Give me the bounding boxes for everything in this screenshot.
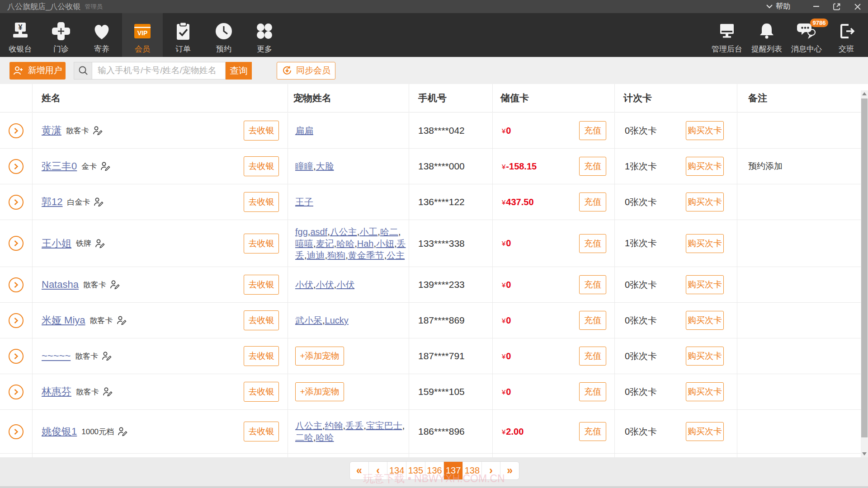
- scrollbar-down-arrow[interactable]: [862, 452, 867, 455]
- pet-name-link[interactable]: 武小呆: [295, 315, 322, 325]
- scrollbar-up-arrow[interactable]: [862, 92, 867, 95]
- pet-name-link[interactable]: 大脸: [316, 161, 334, 171]
- buy-count-card-button[interactable]: 购买次卡: [686, 422, 724, 441]
- member-name-link[interactable]: 姚俊银1: [42, 425, 77, 438]
- recharge-button[interactable]: 充值: [579, 422, 606, 441]
- edit-member-icon[interactable]: [103, 387, 113, 396]
- member-name-link[interactable]: 米娅 Miya: [42, 314, 85, 327]
- page-button[interactable]: 138: [463, 462, 482, 479]
- sync-members-button[interactable]: 同步会员: [277, 62, 335, 80]
- member-name-link[interactable]: 黄潇: [42, 124, 61, 137]
- expand-row-button[interactable]: [9, 385, 24, 399]
- pet-name-link[interactable]: Hah: [357, 239, 374, 249]
- pet-name-link[interactable]: 狗狗: [327, 250, 345, 260]
- member-name-link[interactable]: Natasha: [42, 279, 79, 291]
- pet-name-link[interactable]: fgg: [295, 227, 308, 237]
- search-input[interactable]: [92, 62, 226, 80]
- pet-name-link[interactable]: 瞳瞳: [295, 161, 313, 171]
- pet-name-link[interactable]: 嘻嘻: [295, 239, 313, 249]
- page-button[interactable]: 135: [406, 462, 425, 479]
- pet-name-link[interactable]: 黄金季节: [348, 250, 384, 260]
- go-cashier-button[interactable]: 去收银: [244, 192, 279, 212]
- nav-item-cash-register[interactable]: ¥收银台: [0, 13, 41, 57]
- buy-count-card-button[interactable]: 购买次卡: [686, 382, 724, 401]
- nav-item-more-clover[interactable]: 更多: [244, 13, 285, 57]
- pet-name-link[interactable]: 小伏: [336, 280, 354, 290]
- expand-row-button[interactable]: [9, 236, 24, 251]
- go-cashier-button[interactable]: 去收银: [244, 422, 279, 441]
- nav-item-chat-bubbles[interactable]: 消息中心9786: [787, 13, 826, 57]
- pet-name-link[interactable]: 小工: [359, 227, 377, 237]
- pet-name-link[interactable]: 宝宝巴士: [366, 421, 402, 431]
- add-pet-button[interactable]: +添加宠物: [295, 382, 344, 401]
- pet-name-link[interactable]: 小妞: [376, 239, 394, 249]
- go-cashier-button[interactable]: 去收银: [244, 156, 279, 176]
- buy-count-card-button[interactable]: 购买次卡: [686, 275, 724, 294]
- recharge-button[interactable]: 充值: [579, 382, 606, 401]
- pet-name-link[interactable]: 公主: [387, 250, 405, 260]
- pet-name-link[interactable]: 哈哈: [336, 239, 354, 249]
- member-name-link[interactable]: 林惠芬: [42, 385, 71, 399]
- pet-name-link[interactable]: 哈哈: [316, 432, 334, 442]
- go-cashier-button[interactable]: 去收银: [244, 121, 279, 141]
- member-name-link[interactable]: 张三丰0: [42, 160, 77, 173]
- nav-item-clinic-cross[interactable]: 门诊: [41, 13, 81, 57]
- vertical-scrollbar[interactable]: [861, 90, 868, 457]
- first-page-button[interactable]: «: [350, 462, 369, 479]
- pet-name-link[interactable]: 八公主: [295, 421, 322, 431]
- maximize-button[interactable]: [826, 0, 847, 13]
- recharge-button[interactable]: 充值: [579, 275, 606, 294]
- edit-member-icon[interactable]: [102, 352, 112, 361]
- recharge-button[interactable]: 充值: [579, 192, 606, 211]
- go-cashier-button[interactable]: 去收银: [244, 310, 279, 330]
- pet-name-link[interactable]: 哈二: [380, 227, 398, 237]
- buy-count-card-button[interactable]: 购买次卡: [686, 121, 724, 140]
- buy-count-card-button[interactable]: 购买次卡: [686, 192, 724, 211]
- minimize-button[interactable]: [806, 0, 826, 13]
- edit-member-icon[interactable]: [118, 427, 127, 436]
- member-name-link[interactable]: ~~~~~: [42, 350, 71, 362]
- member-name-link[interactable]: 王小姐: [42, 237, 71, 250]
- buy-count-card-button[interactable]: 购买次卡: [686, 311, 724, 330]
- pet-name-link[interactable]: 迪迪: [307, 250, 325, 260]
- buy-count-card-button[interactable]: 购买次卡: [686, 347, 724, 366]
- nav-item-clock[interactable]: 预约: [203, 13, 244, 57]
- scrollbar-thumb[interactable]: [861, 99, 868, 437]
- expand-row-button[interactable]: [9, 313, 24, 328]
- nav-item-vip-card[interactable]: VIP会员: [122, 13, 163, 57]
- recharge-button[interactable]: 充值: [579, 157, 606, 176]
- pet-name-link[interactable]: 小伏: [316, 280, 334, 290]
- edit-member-icon[interactable]: [117, 316, 127, 325]
- pet-name-link[interactable]: 八公主: [330, 227, 357, 237]
- expand-row-button[interactable]: [9, 277, 24, 292]
- next-page-button[interactable]: ›: [482, 462, 501, 479]
- go-cashier-button[interactable]: 去收银: [244, 234, 279, 253]
- close-button[interactable]: [847, 0, 868, 13]
- buy-count-card-button[interactable]: 购买次卡: [686, 157, 724, 176]
- page-button[interactable]: 136: [425, 462, 444, 479]
- pet-name-link[interactable]: asdf: [310, 227, 327, 237]
- nav-item-bell[interactable]: 提醒列表: [747, 13, 787, 57]
- edit-member-icon[interactable]: [94, 197, 104, 206]
- recharge-button[interactable]: 充值: [579, 234, 606, 253]
- recharge-button[interactable]: 充值: [579, 347, 606, 366]
- pet-name-link[interactable]: 麦记: [316, 239, 334, 249]
- pet-name-link[interactable]: Lucky: [325, 315, 349, 325]
- expand-row-button[interactable]: [9, 195, 24, 210]
- edit-member-icon[interactable]: [93, 126, 103, 135]
- expand-row-button[interactable]: [9, 424, 24, 439]
- go-cashier-button[interactable]: 去收银: [244, 275, 279, 295]
- pet-name-link[interactable]: 扁扁: [295, 126, 313, 136]
- expand-row-button[interactable]: [9, 123, 24, 138]
- edit-member-icon[interactable]: [100, 162, 110, 171]
- edit-member-icon[interactable]: [95, 239, 105, 248]
- expand-row-button[interactable]: [9, 349, 24, 364]
- page-button[interactable]: 137: [444, 462, 463, 479]
- go-cashier-button[interactable]: 去收银: [244, 382, 279, 402]
- pet-name-link[interactable]: 约翰: [325, 421, 343, 431]
- pet-name-link[interactable]: 王子: [295, 197, 313, 207]
- go-cashier-button[interactable]: 去收银: [244, 346, 279, 366]
- buy-count-card-button[interactable]: 购买次卡: [686, 234, 724, 253]
- recharge-button[interactable]: 充值: [579, 121, 606, 140]
- nav-item-logout[interactable]: 交班: [826, 13, 866, 57]
